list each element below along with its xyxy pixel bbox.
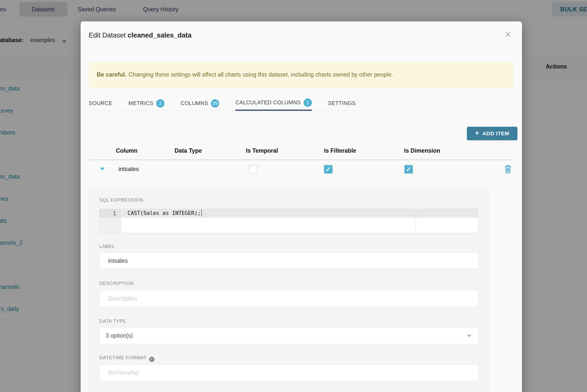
- check-icon: ✓: [406, 166, 411, 173]
- text-cursor: [201, 210, 202, 216]
- modal-title-dataset-name: cleaned_sales_data: [128, 31, 192, 39]
- modal-tab-bar: SOURCE METRICS 1 COLUMNS 25 CALCULATED C…: [89, 96, 514, 111]
- datetime-format-field-label: DATETIME FORMATi: [99, 355, 154, 362]
- tab-label: METRICS: [128, 100, 153, 107]
- sql-code-text: CAST(Sales as INTEGER);: [127, 210, 201, 216]
- add-item-button[interactable]: + ADD ITEM: [467, 127, 517, 140]
- data-type-field-label: DATA TYPE: [99, 318, 126, 324]
- is-filterable-checkbox[interactable]: ✓: [324, 165, 333, 174]
- description-input[interactable]: [99, 290, 478, 307]
- info-icon[interactable]: i: [149, 357, 154, 362]
- label-field-label: LABEL: [99, 244, 115, 249]
- header-is-filterable: Is Filterable: [324, 147, 356, 154]
- datetime-format-input[interactable]: [99, 365, 478, 381]
- label-input[interactable]: [99, 252, 478, 269]
- modal-title: Edit Dataset cleaned_sales_data: [89, 31, 191, 39]
- tab-metrics[interactable]: METRICS 1: [128, 96, 165, 111]
- is-temporal-checkbox[interactable]: [249, 165, 257, 174]
- delete-column-trash-icon[interactable]: [504, 165, 512, 174]
- warning-banner: Be careful. Changing these settings will…: [89, 61, 514, 88]
- tab-settings[interactable]: SETTINGS: [328, 96, 356, 111]
- editor-print-margin: [415, 209, 416, 233]
- warning-bold: Be careful.: [97, 71, 126, 78]
- tab-label: COLUMNS: [181, 100, 208, 107]
- calculated-columns-count-badge: 1: [304, 99, 312, 107]
- calculated-column-detail-panel: SQL EXPRESSION 1 CAST(Sales as INTEGER);…: [89, 188, 489, 392]
- close-icon[interactable]: ×: [502, 28, 514, 41]
- add-item-label: ADD ITEM: [482, 130, 509, 137]
- chevron-down-icon: [467, 335, 472, 337]
- is-dimension-checkbox[interactable]: ✓: [404, 165, 413, 174]
- tab-label: SOURCE: [89, 100, 112, 107]
- header-divider: [89, 159, 514, 160]
- line-number: 1: [100, 209, 121, 218]
- collapse-caret-icon[interactable]: [100, 168, 105, 171]
- header-is-temporal: Is Temporal: [246, 147, 278, 154]
- datetime-format-label-text: DATETIME FORMAT: [99, 355, 147, 360]
- modal-header-divider: [81, 49, 522, 49]
- data-type-selected-value: 3 option(s): [106, 332, 133, 339]
- tab-columns[interactable]: COLUMNS 25: [181, 96, 219, 111]
- check-icon: ✓: [325, 166, 331, 173]
- description-field-label: DESCRIPTION: [99, 281, 134, 286]
- calculated-column-name: intsales: [118, 166, 139, 173]
- header-data-type: Data Type: [175, 147, 202, 154]
- tab-label: CALCULATED COLUMNS: [235, 100, 301, 106]
- modal-title-prefix: Edit Dataset: [89, 31, 126, 39]
- plus-icon: +: [475, 129, 479, 137]
- metrics-count-badge: 1: [156, 99, 165, 108]
- tab-calculated-columns[interactable]: CALCULATED COLUMNS 1: [235, 96, 312, 111]
- columns-count-badge: 25: [211, 99, 219, 108]
- sql-expression-editor[interactable]: 1 CAST(Sales as INTEGER);: [99, 209, 478, 233]
- header-is-dimension: Is Dimension: [404, 147, 440, 154]
- sql-expression-label: SQL EXPRESSION: [99, 197, 143, 203]
- editor-line-number-gutter: 1: [100, 209, 121, 233]
- edit-dataset-modal: Edit Dataset cleaned_sales_data × Be car…: [81, 21, 522, 392]
- screen: es Datasets Saved Queries Query History …: [0, 0, 587, 392]
- header-column: Column: [116, 147, 138, 154]
- tab-source[interactable]: SOURCE: [89, 96, 112, 111]
- tab-label: SETTINGS: [328, 100, 356, 107]
- warning-text: Changing these settings will affect all …: [129, 71, 393, 78]
- sql-code-line: CAST(Sales as INTEGER);: [127, 210, 202, 216]
- data-type-select[interactable]: 3 option(s): [99, 327, 478, 344]
